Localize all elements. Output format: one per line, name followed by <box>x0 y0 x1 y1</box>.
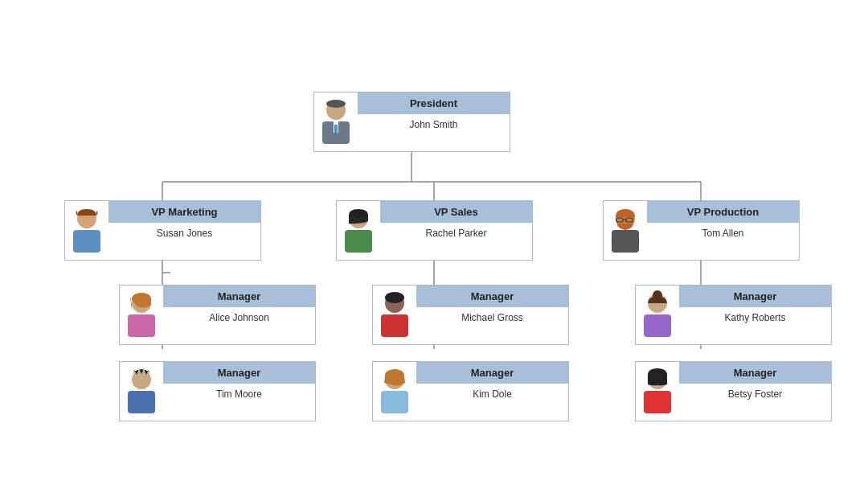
node-title-mgr-betsy: Manager <box>679 362 831 384</box>
svg-point-22 <box>326 100 346 108</box>
org-chart: President John Smith VP Marketing Susan … <box>16 15 852 474</box>
node-name-vp-production: Tom Allen <box>647 223 799 244</box>
node-title-mgr-michael: Manager <box>416 286 568 307</box>
node-name-mgr-betsy: Betsy Foster <box>679 384 831 405</box>
avatar-vp-marketing <box>65 201 108 260</box>
svg-rect-41 <box>381 314 408 337</box>
node-title-mgr-kim: Manager <box>416 362 568 384</box>
node-name-president: John Smith <box>358 114 510 135</box>
node-content-vp-production: VP Production Tom Allen <box>647 201 799 260</box>
node-name-mgr-michael: Michael Gross <box>416 307 568 328</box>
node-mgr-alice[interactable]: Manager Alice Johnson <box>119 285 316 345</box>
svg-rect-26 <box>345 230 372 253</box>
node-content-mgr-michael: Manager Michael Gross <box>416 286 568 344</box>
avatar-mgr-kathy <box>636 286 679 344</box>
node-mgr-michael[interactable]: Manager Michael Gross <box>372 285 569 345</box>
node-title-vp-sales: VP Sales <box>380 201 532 223</box>
node-content-president: President John Smith <box>358 92 510 151</box>
node-title-vp-marketing: VP Marketing <box>108 201 260 223</box>
node-title-vp-production: VP Production <box>647 201 799 223</box>
node-vp-marketing[interactable]: VP Marketing Susan Jones <box>64 200 261 261</box>
node-name-mgr-alice: Alice Johnson <box>163 307 315 328</box>
node-content-mgr-kathy: Manager Kathy Roberts <box>679 286 831 344</box>
avatar-mgr-alice <box>120 286 163 344</box>
node-vp-production[interactable]: VP Production Tom Allen <box>603 200 800 261</box>
node-mgr-kim[interactable]: Manager Kim Dole <box>372 361 569 421</box>
node-content-mgr-betsy: Manager Betsy Foster <box>679 362 831 421</box>
node-title-mgr-tim: Manager <box>163 362 315 384</box>
svg-point-40 <box>385 292 404 303</box>
svg-rect-21 <box>334 125 338 133</box>
svg-rect-43 <box>381 391 408 413</box>
svg-rect-48 <box>644 391 671 413</box>
svg-rect-31 <box>612 230 639 253</box>
node-name-mgr-kathy: Kathy Roberts <box>679 307 831 328</box>
svg-rect-36 <box>128 314 155 337</box>
node-title-mgr-alice: Manager <box>163 286 315 307</box>
node-mgr-tim[interactable]: Manager Tim Moore <box>119 361 316 421</box>
node-mgr-betsy[interactable]: Manager Betsy Foster <box>635 361 832 421</box>
svg-rect-24 <box>73 230 100 253</box>
node-name-vp-sales: Rachel Parker <box>380 223 532 244</box>
node-vp-sales[interactable]: VP Sales Rachel Parker <box>336 200 533 261</box>
svg-rect-46 <box>644 314 671 337</box>
avatar-vp-sales <box>337 201 380 260</box>
node-content-vp-sales: VP Sales Rachel Parker <box>380 201 532 260</box>
node-name-mgr-kim: Kim Dole <box>416 384 568 405</box>
node-content-mgr-kim: Manager Kim Dole <box>416 362 568 421</box>
node-name-vp-marketing: Susan Jones <box>108 223 260 244</box>
node-title-president: President <box>358 92 510 114</box>
avatar-mgr-michael <box>373 286 416 344</box>
node-president[interactable]: President John Smith <box>313 92 510 152</box>
avatar-mgr-betsy <box>636 362 679 421</box>
node-name-mgr-tim: Tim Moore <box>163 384 315 405</box>
node-content-mgr-alice: Manager Alice Johnson <box>163 286 315 344</box>
node-title-mgr-kathy: Manager <box>679 286 831 307</box>
node-mgr-kathy[interactable]: Manager Kathy Roberts <box>635 285 832 345</box>
avatar-mgr-kim <box>373 362 416 421</box>
avatar-vp-production <box>604 201 647 260</box>
svg-rect-38 <box>128 391 155 413</box>
avatar-mgr-tim <box>120 362 163 421</box>
node-content-mgr-tim: Manager Tim Moore <box>163 362 315 421</box>
avatar-president <box>314 92 358 151</box>
node-content-vp-marketing: VP Marketing Susan Jones <box>108 201 260 260</box>
